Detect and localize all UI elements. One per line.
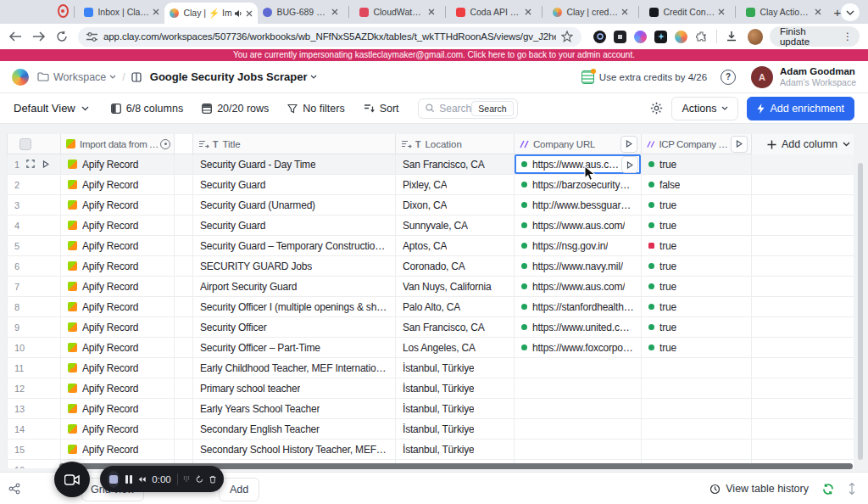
title-cell[interactable]: Security Guard – Temporary Construction …	[193, 236, 396, 256]
location-cell[interactable]: Dixon, CA	[396, 195, 515, 216]
empty-cell[interactable]	[752, 399, 854, 419]
source-cell[interactable]: Apify Record	[61, 297, 175, 317]
row-number-cell[interactable]: 13	[7, 399, 61, 419]
tab-search-button[interactable]	[841, 3, 860, 21]
address-bar[interactable]: app.clay.com/workspaces/507736/workbooks…	[78, 27, 581, 47]
hidden-columns-strip[interactable]	[175, 134, 193, 154]
extensions-puzzle-icon[interactable]	[695, 31, 708, 43]
icp-cell[interactable]	[642, 358, 752, 378]
icp-cell[interactable]	[642, 419, 752, 440]
forward-button[interactable]	[32, 31, 46, 42]
icp-cell[interactable]: true	[642, 317, 752, 338]
location-cell[interactable]: Pixley, CA	[396, 175, 515, 195]
location-cell[interactable]: Sunnyvale, CA	[396, 216, 515, 236]
sync-icon[interactable]	[822, 484, 834, 495]
company-url-cell[interactable]: https://www.aus.com/	[515, 154, 642, 175]
source-cell[interactable]: Apify Record	[61, 440, 175, 460]
title-cell[interactable]: Security Guard - Day Time	[193, 154, 396, 175]
company-url-cell[interactable]	[515, 378, 642, 399]
icp-cell[interactable]	[642, 440, 752, 460]
breadcrumb-workspace[interactable]: Workspace	[53, 71, 106, 83]
location-cell[interactable]: Palo Alto, CA	[396, 297, 515, 317]
column-header-location[interactable]: T Location	[396, 134, 515, 154]
hidden-columns-cell[interactable]	[175, 297, 193, 317]
browser-tab[interactable]: Credit Consum	[644, 0, 730, 24]
title-cell[interactable]: Security Officer I (multiple openings & …	[193, 297, 396, 317]
select-all-checkbox[interactable]	[19, 138, 31, 150]
row-number-cell[interactable]: 14	[7, 419, 61, 440]
new-tab-button[interactable]: +	[833, 5, 841, 20]
pinwheel-extension-icon[interactable]	[634, 31, 647, 43]
title-cell[interactable]: SECURITY GUARD Jobs	[193, 256, 396, 277]
row-number-cell[interactable]: 5	[7, 236, 61, 256]
empty-cell[interactable]	[752, 256, 854, 277]
row-number-cell[interactable]: 11	[7, 358, 61, 378]
company-url-cell[interactable]: https://www.navy.mil/	[515, 256, 642, 277]
source-cell[interactable]: Apify Record	[61, 419, 175, 440]
location-cell[interactable]: Van Nuys, California	[396, 277, 515, 297]
share-nodes-icon[interactable]	[8, 483, 20, 495]
browser-tab[interactable]: Clay Actions th	[741, 0, 826, 24]
company-url-cell[interactable]	[515, 358, 642, 378]
location-cell[interactable]: İstanbul, Türkiye	[396, 440, 515, 460]
row-number-cell[interactable]: 6	[7, 256, 61, 277]
location-cell[interactable]: San Francisco, CA	[396, 317, 515, 338]
credits-reminder[interactable]: Use extra credits by 4/26	[581, 70, 707, 84]
title-cell[interactable]: Early Years School Teacher	[193, 399, 396, 419]
site-settings-icon[interactable]	[86, 32, 97, 42]
settings-gear-icon[interactable]	[650, 102, 663, 115]
browser-tab[interactable]: Clay | ⚡ Im	[164, 3, 258, 24]
view-table-history-button[interactable]: View table history	[709, 483, 809, 495]
source-cell[interactable]: Apify Record	[61, 317, 175, 338]
hidden-columns-cell[interactable]	[175, 256, 193, 277]
title-cell[interactable]: Early Childhood Teacher, MEF Internation…	[193, 358, 396, 378]
column-header-title[interactable]: T Title	[193, 134, 396, 154]
view-selector[interactable]: Default View	[14, 102, 89, 115]
columns-button[interactable]: 6/8 columns	[111, 103, 183, 115]
title-cell[interactable]: Security Officer – Part-Time	[193, 338, 396, 358]
icp-cell[interactable]	[642, 378, 752, 399]
empty-cell[interactable]	[752, 216, 854, 236]
empty-cell[interactable]	[752, 154, 854, 175]
company-url-cell[interactable]: https://www.united.com/en...	[515, 317, 642, 338]
title-cell[interactable]: Primary school teacher	[193, 378, 396, 399]
icp-cell[interactable]: true	[642, 154, 752, 175]
tab-close-icon[interactable]	[331, 8, 338, 15]
vertical-scrollbar[interactable]	[858, 163, 863, 460]
workbook-title[interactable]: Google Security Jobs Scraper	[150, 70, 308, 83]
empty-cell[interactable]	[752, 378, 854, 399]
clay-extension-icon[interactable]	[675, 31, 687, 43]
reload-button[interactable]	[56, 31, 68, 42]
browser-tab[interactable]: BUG-689 cod	[258, 0, 343, 24]
icp-cell[interactable]: true	[642, 195, 752, 216]
back-button[interactable]	[8, 31, 22, 42]
source-cell[interactable]: Apify Record	[61, 277, 175, 297]
tab-close-icon[interactable]	[718, 8, 725, 15]
empty-cell[interactable]	[752, 277, 854, 297]
help-button[interactable]: ?	[721, 70, 736, 85]
column-header-source[interactable]: Import data from Api	[61, 134, 175, 154]
source-cell[interactable]: Apify Record	[61, 378, 175, 399]
title-cell[interactable]: Security Officer	[193, 317, 396, 338]
clay-logo[interactable]	[12, 69, 29, 86]
source-cell[interactable]: Apify Record	[61, 399, 175, 419]
title-cell[interactable]: Airport Security Guard	[193, 277, 396, 297]
company-url-cell[interactable]: https://stanfordhealthcare....	[515, 297, 642, 317]
browser-tab[interactable]: Coda API (v1)	[451, 0, 537, 24]
tab-close-icon[interactable]	[428, 8, 435, 15]
impersonation-banner[interactable]: You are currently impersonating kastlecl…	[0, 49, 868, 61]
location-cell[interactable]: İstanbul, Türkiye	[396, 399, 515, 419]
source-cell[interactable]: Apify Record	[61, 154, 175, 175]
tab-close-icon[interactable]	[525, 8, 531, 15]
icp-cell[interactable]: true	[642, 216, 752, 236]
title-cell[interactable]: Security Guard (Unarmed)	[193, 195, 396, 216]
add-column-header[interactable]: Add column	[752, 134, 854, 154]
select-all-header-cell[interactable]	[7, 134, 61, 154]
chevron-down-icon[interactable]	[310, 75, 317, 79]
restart-recording-icon[interactable]	[196, 474, 203, 484]
chrome-profile-avatar[interactable]	[748, 29, 763, 45]
location-cell[interactable]: İstanbul, Türkiye	[396, 378, 515, 399]
company-url-cell[interactable]: https://barzosecurityservic...	[515, 175, 642, 195]
company-url-cell[interactable]	[515, 399, 642, 419]
empty-cell[interactable]	[752, 440, 854, 460]
